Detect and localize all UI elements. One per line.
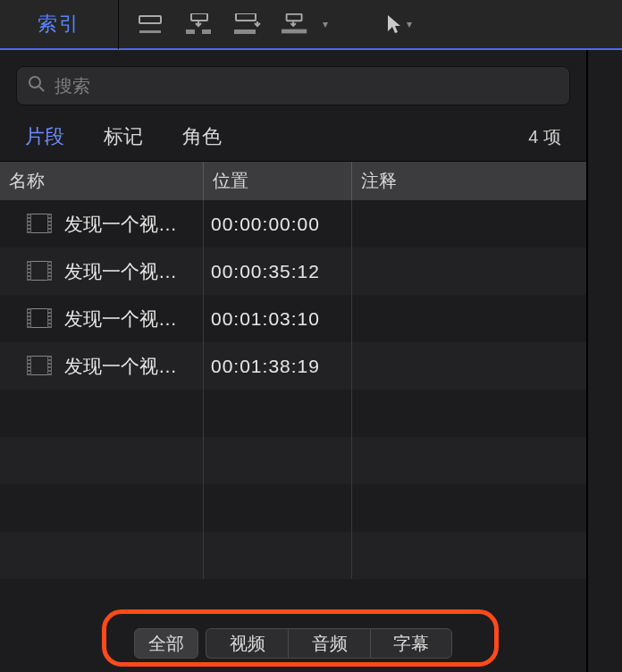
- append-clip-icon[interactable]: [233, 11, 262, 38]
- filter-audio-button[interactable]: 音频: [288, 628, 370, 659]
- search-input[interactable]: [55, 76, 559, 97]
- table-row[interactable]: 发现一个视… 00:00:00:00: [0, 200, 586, 248]
- svg-rect-18: [28, 226, 30, 228]
- svg-rect-6: [234, 29, 256, 34]
- table-header: 名称 位置 注释: [0, 161, 586, 200]
- svg-rect-60: [48, 361, 51, 363]
- top-toolbar: 索引 ▾ ▾: [0, 0, 622, 50]
- insert-clip-icon[interactable]: [185, 11, 214, 38]
- tab-clips[interactable]: 片段: [25, 123, 64, 150]
- clip-name: 发现一个视…: [64, 354, 177, 379]
- svg-rect-56: [28, 365, 30, 366]
- svg-rect-37: [48, 277, 51, 279]
- svg-rect-62: [48, 368, 51, 370]
- overwrite-clip-icon[interactable]: [282, 11, 310, 38]
- clip-name: 发现一个视…: [64, 259, 177, 284]
- table-row-empty: [0, 390, 586, 437]
- svg-rect-35: [48, 270, 51, 272]
- svg-rect-33: [48, 263, 51, 265]
- table-row-empty: [0, 484, 586, 532]
- svg-rect-42: [28, 314, 30, 315]
- search-icon: [28, 75, 46, 97]
- clip-icon: [27, 214, 52, 235]
- svg-rect-61: [48, 365, 51, 366]
- svg-rect-49: [48, 321, 51, 323]
- tab-markers[interactable]: 标记: [104, 123, 143, 150]
- svg-rect-29: [28, 266, 30, 268]
- svg-rect-20: [48, 215, 51, 217]
- svg-rect-19: [28, 230, 30, 231]
- chevron-down-icon[interactable]: ▾: [407, 18, 412, 30]
- svg-rect-31: [28, 273, 30, 275]
- table-row[interactable]: 发现一个视… 00:01:38:19: [0, 342, 586, 390]
- svg-rect-48: [48, 317, 51, 319]
- svg-rect-43: [28, 317, 30, 319]
- filter-subtitle-button[interactable]: 字幕: [370, 628, 452, 659]
- svg-rect-17: [28, 223, 30, 224]
- table-row[interactable]: 发现一个视… 00:00:35:12: [0, 248, 586, 295]
- item-count: 4 项: [528, 125, 561, 149]
- clip-name: 发现一个视…: [64, 212, 177, 237]
- col-header-name[interactable]: 名称: [0, 162, 204, 200]
- svg-rect-28: [28, 263, 30, 265]
- svg-rect-1: [139, 30, 161, 33]
- table-row-empty: [0, 437, 586, 484]
- table-row[interactable]: 发现一个视… 00:01:03:10: [0, 295, 586, 342]
- svg-rect-5: [236, 13, 256, 21]
- svg-rect-57: [28, 368, 30, 370]
- svg-rect-44: [28, 321, 30, 323]
- svg-rect-21: [48, 219, 51, 221]
- svg-rect-63: [48, 372, 51, 374]
- filter-segment: 全部 视频 音频 字幕: [134, 628, 452, 659]
- svg-rect-54: [28, 357, 30, 359]
- table-row-empty: [0, 532, 586, 579]
- svg-rect-23: [48, 226, 51, 228]
- svg-rect-8: [282, 29, 307, 34]
- footer: 全部 视频 音频 字幕: [0, 615, 586, 672]
- table-body: 发现一个视… 00:00:00:00 发现一个视… 00:00:35:12 发现…: [0, 200, 586, 615]
- clip-name: 发现一个视…: [64, 307, 177, 332]
- tab-roles[interactable]: 角色: [182, 123, 222, 150]
- svg-rect-47: [48, 314, 51, 315]
- clip-icon: [27, 261, 52, 282]
- select-tool-icon[interactable]: [380, 11, 408, 38]
- tab-row: 片段 标记 角色 4 项: [0, 113, 586, 161]
- svg-rect-0: [139, 16, 161, 23]
- svg-rect-7: [287, 14, 302, 21]
- svg-rect-24: [48, 230, 51, 231]
- svg-rect-55: [28, 361, 30, 363]
- clip-icon: [27, 356, 52, 377]
- search-field[interactable]: [16, 66, 570, 105]
- svg-rect-3: [186, 29, 195, 34]
- clip-position: 00:00:35:12: [211, 261, 320, 282]
- svg-rect-50: [48, 324, 51, 326]
- clip-position: 00:01:38:19: [211, 356, 320, 377]
- clip-position: 00:00:00:00: [211, 214, 320, 235]
- index-button[interactable]: 索引: [0, 11, 118, 38]
- svg-rect-30: [28, 270, 30, 272]
- svg-rect-2: [191, 13, 207, 21]
- index-panel: 片段 标记 角色 4 项 名称 位置 注释 发现一个视… 00:00:00:00…: [0, 50, 588, 672]
- svg-rect-22: [48, 223, 51, 224]
- svg-rect-45: [28, 324, 30, 326]
- chevron-down-icon[interactable]: ▾: [323, 18, 328, 30]
- svg-rect-59: [48, 357, 51, 359]
- filter-all-button[interactable]: 全部: [134, 628, 198, 659]
- svg-line-10: [39, 87, 44, 91]
- svg-rect-32: [28, 277, 30, 279]
- svg-rect-46: [48, 310, 51, 312]
- svg-rect-15: [28, 215, 30, 217]
- col-header-notes[interactable]: 注释: [352, 162, 586, 200]
- svg-rect-4: [202, 29, 211, 34]
- clip-position: 00:01:03:10: [211, 308, 320, 330]
- filter-video-button[interactable]: 视频: [206, 628, 288, 659]
- clip-icon: [27, 308, 52, 330]
- col-header-position[interactable]: 位置: [204, 162, 352, 200]
- svg-rect-58: [28, 372, 30, 374]
- svg-rect-36: [48, 273, 51, 275]
- svg-rect-34: [48, 266, 51, 268]
- toolbar-icon-group: ▾ ▾: [119, 11, 412, 38]
- svg-rect-16: [28, 219, 30, 221]
- svg-point-9: [29, 77, 40, 88]
- connect-clip-icon[interactable]: [137, 11, 165, 38]
